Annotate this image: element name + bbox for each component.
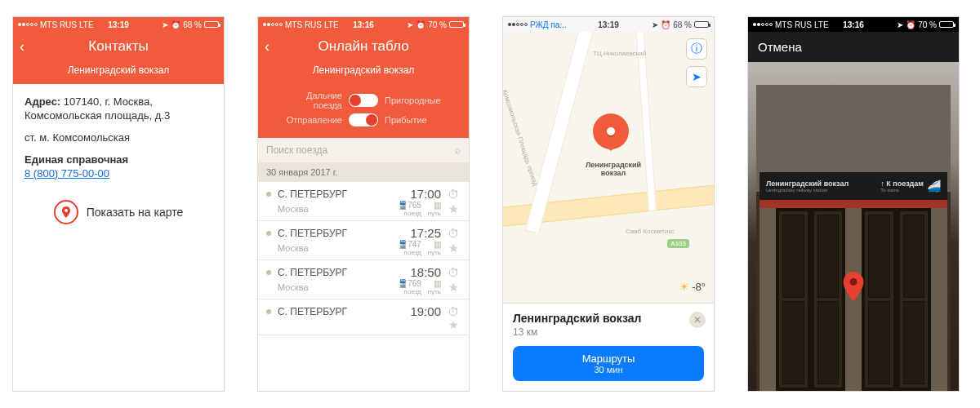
page-title: Онлайн табло <box>318 38 408 54</box>
bullet-icon <box>266 192 271 197</box>
toggle2-left-label: Отправление <box>277 115 342 125</box>
battery-icon <box>204 21 219 28</box>
station-photo[interactable]: Ленинградский вокзал Leningradsky railwa… <box>748 62 959 391</box>
map-canvas[interactable]: ТЦ Николаевский Сааб Косметикс Комсомоль… <box>503 32 714 391</box>
favorite-star-icon[interactable]: ★ <box>446 242 461 255</box>
hotline-block: Единая справочная 8 (800) 775-00-00 <box>24 153 212 181</box>
screen-timetable: MTS RUS LTE 13:16 ➤ ⏰ 70 % ‹ Онлайн табл… <box>257 16 470 392</box>
map-pin[interactable] <box>593 113 629 149</box>
train-meta: 🚆769поезд▥путь <box>398 279 441 295</box>
toggle-train-type[interactable]: Дальние поезда Пригородные <box>266 91 461 110</box>
alarm-outline-icon[interactable]: ⏱ <box>446 305 461 318</box>
sign-station-ru: Ленинградский вокзал <box>766 180 849 188</box>
card-close-button[interactable]: ✕ <box>689 312 706 328</box>
back-button[interactable]: ‹ <box>265 38 270 55</box>
train-row[interactable]: С. ПЕТЕРБУРГ18:50⏱Москва🚆769поезд▥путь★ <box>258 260 469 299</box>
road-minor <box>635 32 657 211</box>
track-icon: ▥ <box>434 201 441 210</box>
map-street-label: Комсомольская Площадь проезд <box>503 89 539 187</box>
sign-red-stripe <box>760 200 947 208</box>
train-icon: 🚄 <box>927 180 941 193</box>
switch-icon <box>349 94 378 107</box>
bullet-icon <box>266 309 271 314</box>
train-time: 18:50 <box>398 265 441 279</box>
favorite-star-icon[interactable]: ★ <box>446 281 461 294</box>
toggle1-right-label: Пригородные <box>385 95 450 105</box>
status-bar: MTS RUS LTE 13:16 ➤ ⏰ 70 % <box>258 17 469 32</box>
address-label: Адрес: <box>24 95 60 108</box>
train-icon: 🚆 <box>398 240 408 249</box>
screen-photo: MTS RUS LTE 13:16 ➤ ⏰ 70 % Отмена Ленинг… <box>747 16 960 392</box>
cancel-button[interactable]: Отмена <box>758 40 802 54</box>
temp-value: -8° <box>692 281 706 293</box>
bullet-icon <box>266 270 271 275</box>
map-pin-icon <box>54 200 78 224</box>
screen-contacts: MTS RUS LTE 13:19 ➤ ⏰ 68 % ‹ Контакты Ле… <box>12 16 225 392</box>
hotline-phone-link[interactable]: 8 (800) 775-00-00 <box>24 167 109 180</box>
train-destination: С. ПЕТЕРБУРГ <box>278 228 393 239</box>
track-icon: ▥ <box>434 240 441 249</box>
train-list[interactable]: С. ПЕТЕРБУРГ17:00⏱Москва🚆765поезд▥путь★С… <box>258 182 469 391</box>
routes-button[interactable]: Маршруты 30 мин <box>513 346 704 381</box>
train-row[interactable]: С. ПЕТЕРБУРГ17:00⏱Москва🚆765поезд▥путь★ <box>258 182 469 221</box>
search-input[interactable]: Поиск поезда ⌕ <box>258 138 469 162</box>
sign-station-en: Leningradsky railway station <box>766 188 849 193</box>
train-origin: Москва <box>278 204 393 214</box>
status-time: 13:16 <box>748 20 959 29</box>
switch-icon <box>349 113 378 126</box>
date-header: 30 января 2017 г. <box>258 162 469 182</box>
search-icon: ⌕ <box>455 144 461 156</box>
map-poi-label: Сааб Косметикс <box>626 228 675 235</box>
metro-row: ст. м. Комсомольская <box>24 131 212 145</box>
toggle-direction[interactable]: Отправление Прибытие <box>266 113 461 126</box>
train-time: 19:00 <box>410 304 441 318</box>
train-icon: 🚆 <box>398 201 408 210</box>
pin-dot-icon <box>607 127 615 135</box>
train-origin: Москва <box>278 243 393 253</box>
favorite-star-icon[interactable]: ★ <box>446 202 461 215</box>
place-card: ✕ Ленинградский вокзал 13 км Маршруты 30… <box>503 303 714 391</box>
status-bar: РЖД па... 13:19 ➤ ⏰ 68 % <box>503 17 714 32</box>
map-locate-button[interactable]: ➤ <box>686 66 707 87</box>
train-row[interactable]: С. ПЕТЕРБУРГ17:25⏱Москва🚆747поезд▥путь★ <box>258 221 469 260</box>
page-title: Контакты <box>88 38 148 54</box>
battery-icon <box>694 21 709 28</box>
train-row[interactable]: С. ПЕТЕРБУРГ19:00⏱★ <box>258 299 469 335</box>
routes-eta: 30 мин <box>513 365 704 375</box>
address-row: Адрес: 107140, г. Москва, Комсомольская … <box>24 95 212 123</box>
alarm-outline-icon[interactable]: ⏱ <box>446 266 461 279</box>
station-subheader: Ленинградский вокзал <box>258 60 469 84</box>
battery-icon <box>939 21 954 28</box>
filter-toggles: Дальние поезда Пригородные Отправление П… <box>258 84 469 138</box>
train-meta: 🚆747поезд▥путь <box>398 240 441 256</box>
close-icon: ✕ <box>693 314 702 326</box>
status-time: 13:19 <box>503 20 714 29</box>
track-icon: ▥ <box>434 279 441 288</box>
back-button[interactable]: ‹ <box>20 38 24 55</box>
status-bar: MTS RUS LTE 13:19 ➤ ⏰ 68 % <box>13 17 224 32</box>
battery-icon <box>449 21 464 28</box>
map-info-button[interactable]: ⓘ <box>686 38 707 60</box>
train-destination: С. ПЕТЕРБУРГ <box>278 306 405 317</box>
station-subheader: Ленинградский вокзал <box>13 60 224 84</box>
train-destination: С. ПЕТЕРБУРГ <box>278 188 393 200</box>
screen-map: РЖД па... 13:19 ➤ ⏰ 68 % ТЦ Николаевский… <box>502 16 715 392</box>
routes-label: Маршруты <box>582 353 635 365</box>
locate-arrow-icon: ➤ <box>692 70 702 83</box>
sign-to-trains-en: To trains <box>880 188 924 193</box>
show-on-map-button[interactable]: Показать на карте <box>24 200 212 224</box>
train-icon: 🚆 <box>398 279 408 288</box>
favorite-star-icon[interactable]: ★ <box>446 318 461 331</box>
search-placeholder: Поиск поезда <box>266 144 327 156</box>
toggle2-right-label: Прибытие <box>385 115 450 125</box>
bullet-icon <box>266 231 271 236</box>
train-time: 17:00 <box>398 187 441 201</box>
station-sign: Ленинградский вокзал Leningradsky railwa… <box>760 172 947 200</box>
alarm-outline-icon[interactable]: ⏱ <box>446 188 461 201</box>
map-pin-icon <box>842 272 865 301</box>
train-destination: С. ПЕТЕРБУРГ <box>278 267 393 278</box>
alarm-outline-icon[interactable]: ⏱ <box>446 227 461 240</box>
info-icon: ⓘ <box>691 42 702 56</box>
photo-header: Отмена <box>748 32 959 62</box>
status-time: 13:19 <box>13 20 224 29</box>
